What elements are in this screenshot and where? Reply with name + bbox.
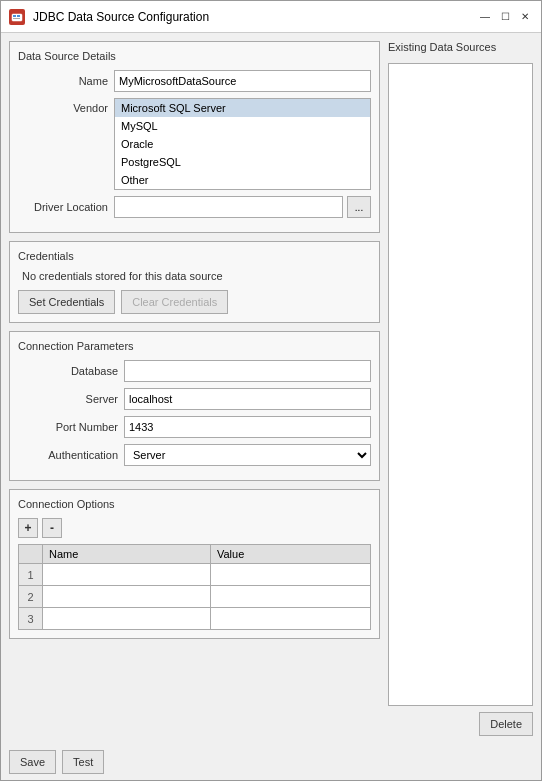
window-controls: — ☐ ✕ [477, 9, 533, 25]
server-input[interactable] [124, 388, 371, 410]
clear-credentials-button[interactable]: Clear Credentials [121, 290, 228, 314]
set-credentials-button[interactable]: Set Credentials [18, 290, 115, 314]
window-title: JDBC Data Source Configuration [33, 10, 469, 24]
port-input[interactable] [124, 416, 371, 438]
row-3-value[interactable] [210, 608, 370, 630]
auth-label: Authentication [18, 449, 118, 461]
svg-rect-3 [13, 18, 20, 19]
delete-btn-container: Delete [388, 712, 533, 736]
vendor-option-oracle[interactable]: Oracle [115, 135, 370, 153]
col-name: Name [43, 545, 211, 564]
existing-sources-title: Existing Data Sources [388, 41, 533, 53]
connection-options-section: Connection Options + - Name Value [9, 489, 380, 639]
test-button[interactable]: Test [62, 750, 104, 774]
driver-location-input[interactable] [114, 196, 343, 218]
vendor-row: Vendor Microsoft SQL Server MySQL Oracle… [18, 98, 371, 190]
driver-input-group: ... [114, 196, 371, 218]
vendor-list-container: Microsoft SQL Server MySQL Oracle Postgr… [114, 98, 371, 190]
name-label: Name [18, 75, 108, 87]
auth-row: Authentication Server Windows None [18, 444, 371, 466]
save-button[interactable]: Save [9, 750, 56, 774]
driver-location-label: Driver Location [18, 201, 108, 213]
row-2-value[interactable] [210, 586, 370, 608]
row-num-2: 2 [19, 586, 43, 608]
database-row: Database [18, 360, 371, 382]
vendor-label: Vendor [18, 98, 108, 114]
vendor-option-other[interactable]: Other [115, 171, 370, 189]
credentials-note: No credentials stored for this data sour… [18, 270, 371, 282]
remove-option-button[interactable]: - [42, 518, 62, 538]
credentials-buttons: Set Credentials Clear Credentials [18, 290, 371, 314]
maximize-button[interactable]: ☐ [497, 9, 513, 25]
connection-options-title: Connection Options [18, 498, 371, 510]
vendor-list[interactable]: Microsoft SQL Server MySQL Oracle Postgr… [114, 98, 371, 190]
credentials-section: Credentials No credentials stored for th… [9, 241, 380, 323]
name-input[interactable] [114, 70, 371, 92]
credentials-title: Credentials [18, 250, 371, 262]
right-panel: Existing Data Sources Delete [388, 41, 533, 736]
data-source-details-title: Data Source Details [18, 50, 371, 62]
col-rownum [19, 545, 43, 564]
connection-parameters-section: Connection Parameters Database Server Po… [9, 331, 380, 481]
existing-sources-list[interactable] [388, 63, 533, 706]
database-input[interactable] [124, 360, 371, 382]
server-label: Server [18, 393, 118, 405]
bottom-bar: Save Test [1, 744, 541, 780]
svg-rect-2 [17, 15, 20, 17]
vendor-option-postgresql[interactable]: PostgreSQL [115, 153, 370, 171]
database-label: Database [18, 365, 118, 377]
table-row: 2 [19, 586, 371, 608]
table-row: 1 [19, 564, 371, 586]
browse-button[interactable]: ... [347, 196, 371, 218]
row-1-name[interactable] [43, 564, 211, 586]
content-area: Data Source Details Name Vendor Microsof… [1, 33, 541, 744]
auth-select[interactable]: Server Windows None [124, 444, 371, 466]
title-bar: JDBC Data Source Configuration — ☐ ✕ [1, 1, 541, 33]
row-num-1: 1 [19, 564, 43, 586]
connection-options-toolbar: + - [18, 518, 371, 538]
row-3-name[interactable] [43, 608, 211, 630]
col-value: Value [210, 545, 370, 564]
minimize-button[interactable]: — [477, 9, 493, 25]
port-label: Port Number [18, 421, 118, 433]
port-row: Port Number [18, 416, 371, 438]
vendor-option-mssql[interactable]: Microsoft SQL Server [115, 99, 370, 117]
row-num-3: 3 [19, 608, 43, 630]
app-icon [9, 9, 25, 25]
row-2-name[interactable] [43, 586, 211, 608]
connection-parameters-title: Connection Parameters [18, 340, 371, 352]
server-row: Server [18, 388, 371, 410]
main-window: JDBC Data Source Configuration — ☐ ✕ Dat… [0, 0, 542, 781]
left-panel: Data Source Details Name Vendor Microsof… [9, 41, 380, 736]
data-source-details-section: Data Source Details Name Vendor Microsof… [9, 41, 380, 233]
delete-button[interactable]: Delete [479, 712, 533, 736]
row-1-value[interactable] [210, 564, 370, 586]
options-table: Name Value 1 2 [18, 544, 371, 630]
close-button[interactable]: ✕ [517, 9, 533, 25]
name-row: Name [18, 70, 371, 92]
add-option-button[interactable]: + [18, 518, 38, 538]
driver-location-row: Driver Location ... [18, 196, 371, 218]
vendor-option-mysql[interactable]: MySQL [115, 117, 370, 135]
table-row: 3 [19, 608, 371, 630]
svg-rect-1 [13, 15, 16, 17]
